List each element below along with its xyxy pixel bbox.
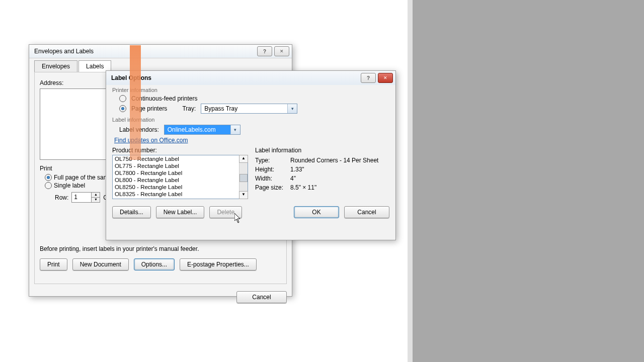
label-info-grid: Type: Rounded Corners - 14 Per Sheet Hei… [255,157,389,191]
before-printing-text: Before printing, insert labels in your p… [40,245,281,252]
new-label-button[interactable]: New Label... [156,206,205,218]
width-value: 4" [290,175,389,182]
background-light-strip [408,0,413,362]
product-list-items: OL750 - Rectangle Label OL775 - Rectangl… [113,155,239,199]
background-gray-panel [413,0,644,362]
chevron-down-icon [230,125,240,134]
radio-icon [45,174,52,181]
width-label: Width: [255,175,290,182]
continuous-label: Continuous-feed printers [131,95,197,102]
list-item[interactable]: OL750 - Rectangle Label [113,155,239,162]
label-info-group: Label information [112,117,389,123]
opt-close-button[interactable] [378,73,393,83]
scrollbar[interactable]: ▲ ▼ [239,155,248,199]
row-spin-down[interactable]: ▼ [92,198,100,202]
vendor-select[interactable]: OnlineLabels.com [164,125,240,135]
list-item[interactable]: OL7800 - Rectangle Label [113,169,239,176]
tray-label: Tray: [182,105,196,112]
page-printers-label: Page printers [131,105,167,112]
type-value: Rounded Corners - 14 Per Sheet [290,157,389,164]
scroll-track[interactable] [239,162,248,192]
find-updates-link[interactable]: Find updates on Office.com [114,137,188,144]
epostage-button[interactable]: E-postage Properties... [180,258,257,270]
row-value-input[interactable]: 1 [71,192,92,203]
page-size-value: 8.5" × 11" [290,184,389,191]
page-printers-radio-row[interactable]: Page printers Tray: Bypass Tray [119,104,389,114]
radio-icon [45,182,52,189]
full-page-label: Full page of the sam [54,174,109,181]
product-listbox[interactable]: OL750 - Rectangle Label OL775 - Rectangl… [112,155,248,199]
print-button[interactable]: Print [40,258,67,270]
delete-button[interactable]: Delete [209,206,242,218]
scroll-down-icon[interactable]: ▼ [239,191,248,199]
product-number-label: Product number: [112,147,248,154]
opt-title-bar: Label Options [106,71,395,85]
height-label: Height: [255,166,290,173]
chevron-down-icon [287,104,297,113]
list-item[interactable]: OL8325 - Rectangle Label [113,191,239,198]
address-textbox[interactable] [40,88,109,160]
env-title-bar: Envelopes and Labels [29,45,292,58]
tab-envelopes[interactable]: Envelopes [34,60,77,72]
row-spin-up[interactable]: ▲ [92,193,100,198]
env-cancel-button[interactable]: Cancel [236,291,287,303]
tray-value: Bypass Tray [201,104,287,113]
opt-help-button[interactable] [361,73,376,83]
tray-select[interactable]: Bypass Tray [201,104,297,114]
close-button[interactable] [274,46,289,56]
type-label: Type: [255,157,290,164]
new-document-button[interactable]: New Document [72,258,129,270]
list-item[interactable]: OL800 - Rectangle Label [113,176,239,184]
env-dialog-title: Envelopes and Labels [34,48,94,55]
height-value: 1.33" [290,166,389,173]
page-size-label: Page size: [255,184,290,191]
printer-info-group: Printer information [112,87,389,93]
help-button[interactable] [257,46,272,56]
opt-dialog-title: Label Options [111,74,151,81]
details-button[interactable]: Details... [112,206,151,218]
list-item[interactable]: OL775 - Rectangle Label [113,162,239,169]
radio-icon [119,105,126,112]
scroll-thumb[interactable] [239,174,248,182]
label-options-dialog: Label Options Printer information Contin… [106,70,396,240]
scroll-up-icon[interactable]: ▲ [239,155,248,163]
radio-icon [119,95,126,102]
label-info-title: Label information [255,147,389,154]
tab-strip: Envelopes Labels [29,58,292,72]
vendor-label: Label vendors: [119,126,159,133]
opt-cancel-button[interactable]: Cancel [344,206,389,218]
continuous-radio-row[interactable]: Continuous-feed printers [119,95,389,102]
ok-button[interactable]: OK [294,206,339,218]
list-item[interactable]: OL8250 - Rectangle Label [113,184,239,191]
row-label: Row: [55,194,68,201]
vendor-value: OnlineLabels.com [165,125,230,134]
single-label-text: Single label [54,182,85,189]
options-button[interactable]: Options... [134,258,175,270]
